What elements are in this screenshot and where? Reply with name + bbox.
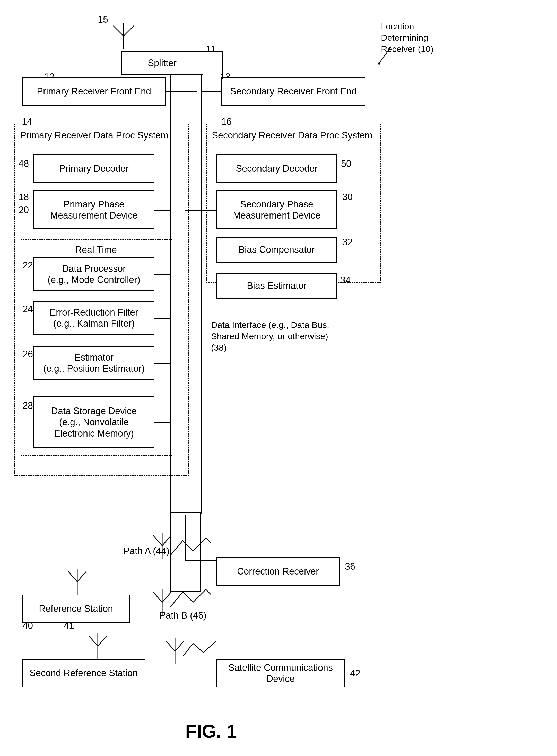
- ref-50: 50: [341, 158, 351, 169]
- diagram: 15 Splitter 11 12 13 Primary Receiver Fr…: [0, 0, 557, 756]
- data-processor-box: Data Processor (e.g., Mode Controller): [33, 257, 154, 291]
- signal-sat: [180, 638, 222, 662]
- line-splitter-sfe: [222, 52, 223, 79]
- central-bus-v2: [201, 75, 202, 512]
- svg-line-2: [123, 26, 134, 36]
- line-pdec-bus: [154, 169, 171, 169]
- estimator-box: Estimator (e.g., Position Estimator): [33, 346, 154, 380]
- signal-path-a: [167, 535, 214, 561]
- primary-front-end-box: Primary Receiver Front End: [22, 77, 166, 106]
- antenna-15: [108, 16, 139, 52]
- arrow-location: [376, 44, 397, 85]
- line-bus-h-bottom: [170, 512, 201, 513]
- line-dp-bus: [154, 274, 171, 275]
- primary-data-proc-label: Primary Receiver Data Proc System: [20, 129, 168, 142]
- ref-24: 24: [23, 304, 33, 315]
- ref-11: 11: [206, 44, 216, 55]
- ref-26: 26: [23, 349, 33, 359]
- svg-line-18: [89, 636, 98, 646]
- line-splitter-down: [162, 52, 163, 79]
- secondary-data-proc-label: Secondary Receiver Data Proc System: [212, 129, 373, 142]
- svg-line-10: [153, 592, 162, 602]
- line-ef-bus: [154, 318, 171, 319]
- line-ant-splitter-h: [123, 52, 162, 52]
- ref-34: 34: [340, 275, 351, 286]
- second-reference-station-box: Second Reference Station: [22, 659, 145, 687]
- line-sdec-bus: [185, 169, 216, 169]
- line-ds-bus: [154, 422, 171, 423]
- reference-station-box: Reference Station: [22, 594, 130, 623]
- line-pfe-bus: [166, 91, 197, 92]
- line-splitter-h: [162, 52, 224, 52]
- svg-line-15: [77, 572, 86, 582]
- svg-line-4: [378, 46, 391, 64]
- line-be-bus: [185, 286, 216, 287]
- ref-32: 32: [342, 237, 353, 248]
- bias-compensator-box: Bias Compensator: [216, 237, 337, 263]
- ref-28: 28: [23, 400, 33, 411]
- antenna-ref-station: [64, 566, 90, 597]
- line-bus-to-box2: [201, 479, 202, 514]
- data-interface-label: Data Interface (e.g., Data Bus, Shared M…: [211, 319, 334, 353]
- fig-label: FIG. 1: [185, 721, 237, 742]
- svg-line-6: [153, 535, 162, 546]
- svg-line-19: [98, 636, 107, 646]
- secondary-front-end-box: Secondary Receiver Front End: [222, 77, 365, 106]
- primary-decoder-box: Primary Decoder: [33, 154, 154, 183]
- line-bc-bus: [185, 250, 216, 251]
- bias-estimator-box: Bias Estimator: [216, 273, 337, 299]
- ref-36: 36: [345, 561, 355, 572]
- ref-22: 22: [23, 260, 33, 271]
- error-filter-box: Error-Reduction Filter (e.g., Kalman Fil…: [33, 301, 154, 335]
- ref-48: 48: [19, 158, 29, 169]
- line-pphase-bus: [154, 210, 171, 210]
- line-cr-bus: [185, 515, 185, 560]
- line-cr-bus-h: [185, 560, 216, 561]
- ref-18: 18: [19, 192, 29, 203]
- secondary-phase-box: Secondary Phase Measurement Device: [216, 191, 337, 229]
- line-sfe-bus: [201, 91, 222, 92]
- line-bus-to-box: [170, 479, 171, 514]
- ref-20: 20: [19, 205, 29, 215]
- ref-30: 30: [342, 192, 353, 203]
- secondary-decoder-box: Secondary Decoder: [216, 154, 337, 183]
- ref-15: 15: [98, 14, 108, 25]
- primary-phase-box: Primary Phase Measurement Device: [33, 191, 154, 229]
- line-est-bus: [154, 363, 171, 364]
- correction-receiver-box: Correction Receiver: [216, 557, 340, 586]
- central-bus-v: [170, 75, 171, 512]
- signal-path-b: [167, 587, 214, 613]
- data-storage-box: Data Storage Device (e.g., Nonvolatile E…: [33, 397, 154, 448]
- ref-42: 42: [350, 668, 360, 679]
- satellite-comms-box: Satellite Communications Device: [216, 659, 345, 687]
- svg-line-22: [166, 641, 175, 651]
- svg-line-14: [68, 572, 77, 582]
- svg-line-1: [113, 26, 123, 36]
- line-sphase-bus: [185, 210, 216, 210]
- antenna-second-ref: [85, 631, 111, 662]
